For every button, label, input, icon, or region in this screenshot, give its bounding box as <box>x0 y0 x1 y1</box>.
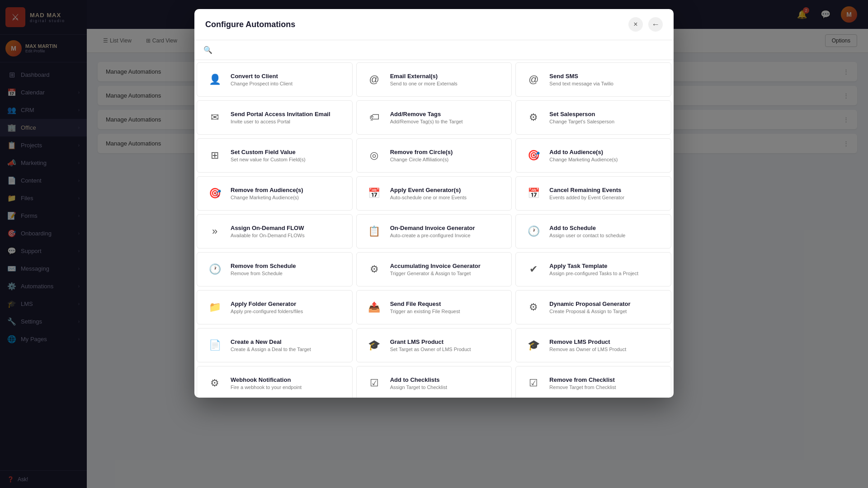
card-title: Cancel Remaining Events <box>549 187 624 193</box>
card-icon: @ <box>524 70 543 89</box>
card-title: Add/Remove Tags <box>390 111 463 117</box>
card-description: Send text message via Twilio <box>549 81 613 86</box>
card-icon: @ <box>365 70 384 89</box>
card-title: Accumulating Invoice Generator <box>390 263 481 269</box>
card-title: Set Custom Field Value <box>231 149 306 155</box>
automation-card-add-to-schedule[interactable]: 🕐 Add to Schedule Assign user or contact… <box>515 214 671 249</box>
card-description: Remove Target from Checklist <box>549 385 616 390</box>
card-description: Available for On-Demand FLOWs <box>231 233 305 238</box>
card-title: Add to Checklists <box>390 376 447 383</box>
card-title: On-Demand Invoice Generator <box>390 225 475 231</box>
modal-title: Configure Automations <box>205 20 295 29</box>
card-title: Add to Schedule <box>549 225 625 231</box>
card-description: Fire a webhook to your endpoint <box>231 385 302 390</box>
automation-card-assign-on-demand-flow[interactable]: » Assign On-Demand FLOW Available for On… <box>197 214 353 249</box>
back-icon: ← <box>651 20 660 29</box>
automation-card-accumulating-invoice-generator[interactable]: ⚙ Accumulating Invoice Generator Trigger… <box>356 252 512 286</box>
automation-card-send-sms[interactable]: @ Send SMS Send text message via Twilio <box>515 62 671 97</box>
card-icon: 📤 <box>365 298 384 317</box>
card-description: Assign Target to Checklist <box>390 385 447 390</box>
card-icon: 🕐 <box>205 260 224 279</box>
automation-card-apply-task-template[interactable]: ✔ Apply Task Template Assign pre-configu… <box>515 252 671 286</box>
card-title: Add to Audience(s) <box>549 149 618 155</box>
card-title: Remove from Schedule <box>231 263 296 269</box>
card-description: Change Circle Affiliation(s) <box>390 157 453 162</box>
card-icon: ✉ <box>205 108 224 127</box>
card-description: Assign user or contact to schedule <box>549 233 625 238</box>
card-icon: 🎓 <box>524 336 543 355</box>
card-description: Auto-schedule one or more Events <box>390 195 467 200</box>
automation-card-send-file-request[interactable]: 📤 Send File Request Trigger an existing … <box>356 290 512 324</box>
card-title: Apply Task Template <box>549 263 638 269</box>
card-description: Trigger Generator & Assign to Target <box>390 271 481 276</box>
card-description: Set Target as Owner of LMS Product <box>390 347 471 352</box>
card-title: Remove LMS Product <box>549 338 626 345</box>
card-icon: ⚙ <box>205 374 224 393</box>
card-title: Apply Folder Generator <box>231 300 303 307</box>
automation-card-apply-folder-generator[interactable]: 📁 Apply Folder Generator Apply pre-confi… <box>197 290 353 324</box>
card-title: Set Salesperson <box>549 111 614 117</box>
modal-close-button[interactable]: × <box>628 17 643 32</box>
card-description: Assign pre-configured Tasks to a Project <box>549 271 638 276</box>
card-icon: ⚙ <box>365 260 384 279</box>
search-input[interactable] <box>217 47 665 54</box>
card-icon: 📅 <box>524 184 543 203</box>
card-icon: 🕐 <box>524 222 543 241</box>
card-description: Remove from Schedule <box>231 271 296 276</box>
automation-card-set-custom-field[interactable]: ⊞ Set Custom Field Value Set new value f… <box>197 138 353 173</box>
automation-card-on-demand-invoice-generator[interactable]: 📋 On-Demand Invoice Generator Auto-creat… <box>356 214 512 249</box>
automation-card-create-new-deal[interactable]: 📄 Create a New Deal Create & Assign a De… <box>197 328 353 362</box>
automation-card-email-externals[interactable]: @ Email External(s) Send to one or more … <box>356 62 512 97</box>
automation-card-remove-from-circles[interactable]: ◎ Remove from Circle(s) Change Circle Af… <box>356 138 512 173</box>
card-title: Dynamic Proposal Generator <box>549 300 630 307</box>
automation-card-dynamic-proposal-generator[interactable]: ⚙ Dynamic Proposal Generator Create Prop… <box>515 290 671 324</box>
card-icon: 📁 <box>205 298 224 317</box>
card-icon: 🏷 <box>365 108 384 127</box>
modal-header: Configure Automations × ← <box>194 9 674 40</box>
automation-card-add-remove-tags[interactable]: 🏷 Add/Remove Tags Add/Remove Tag(s) to t… <box>356 100 512 135</box>
card-description: Trigger an existing File Request <box>390 309 460 314</box>
card-icon: ☑ <box>365 374 384 393</box>
card-title: Email External(s) <box>390 73 458 80</box>
automation-card-remove-from-audiences[interactable]: 🎯 Remove from Audience(s) Change Marketi… <box>197 176 353 211</box>
automations-grid: 👤 Convert to Client Change Prospect into… <box>194 60 674 398</box>
card-title: Apply Event Generator(s) <box>390 187 467 193</box>
automation-card-add-to-audiences[interactable]: 🎯 Add to Audience(s) Change Marketing Au… <box>515 138 671 173</box>
card-icon: 🎯 <box>524 146 543 165</box>
automation-card-set-salesperson[interactable]: ⚙ Set Salesperson Change Target's Salesp… <box>515 100 671 135</box>
automation-card-add-to-checklists[interactable]: ☑ Add to Checklists Assign Target to Che… <box>356 366 512 398</box>
automation-card-webhook-notification[interactable]: ⚙ Webhook Notification Fire a webhook to… <box>197 366 353 398</box>
card-description: Change Prospect into Client <box>231 81 292 86</box>
card-title: Send SMS <box>549 73 613 80</box>
card-description: Apply pre-configured folders/files <box>231 309 303 314</box>
automation-card-send-portal-access[interactable]: ✉ Send Portal Access Invitation Email In… <box>197 100 353 135</box>
card-icon: ⚙ <box>524 108 543 127</box>
automation-card-remove-from-schedule[interactable]: 🕐 Remove from Schedule Remove from Sched… <box>197 252 353 286</box>
automation-card-remove-from-checklist[interactable]: ☑ Remove from Checklist Remove Target fr… <box>515 366 671 398</box>
card-title: Convert to Client <box>231 73 292 80</box>
automation-card-remove-lms-product[interactable]: 🎓 Remove LMS Product Remove as Owner of … <box>515 328 671 362</box>
card-icon: » <box>205 222 224 241</box>
search-icon: 🔍 <box>203 46 212 54</box>
modal-backdrop: Configure Automations × ← 🔍 👤 Convert to… <box>0 0 868 488</box>
card-description: Send to one or more Externals <box>390 81 458 86</box>
card-description: Events added by Event Generator <box>549 195 624 200</box>
search-bar: 🔍 <box>194 40 674 60</box>
card-title: Send Portal Access Invitation Email <box>231 111 330 117</box>
automation-card-apply-event-generator[interactable]: 📅 Apply Event Generator(s) Auto-schedule… <box>356 176 512 211</box>
card-description: Add/Remove Tag(s) to the Target <box>390 119 463 124</box>
automation-card-grant-lms-product[interactable]: 🎓 Grant LMS Product Set Target as Owner … <box>356 328 512 362</box>
card-title: Webhook Notification <box>231 376 302 383</box>
automation-card-cancel-remaining-events[interactable]: 📅 Cancel Remaining Events Events added b… <box>515 176 671 211</box>
card-icon: ⊞ <box>205 146 224 165</box>
card-title: Remove from Circle(s) <box>390 149 453 155</box>
card-icon: 📋 <box>365 222 384 241</box>
modal-back-button[interactable]: ← <box>648 17 663 32</box>
configure-automations-modal: Configure Automations × ← 🔍 👤 Convert to… <box>194 9 674 398</box>
card-icon: 📅 <box>365 184 384 203</box>
card-icon: 🎯 <box>205 184 224 203</box>
card-description: Create & Assign a Deal to the Target <box>231 347 311 352</box>
card-description: Set new value for Custom Field(s) <box>231 157 306 162</box>
card-icon: ☑ <box>524 374 543 393</box>
automation-card-convert-to-client[interactable]: 👤 Convert to Client Change Prospect into… <box>197 62 353 97</box>
